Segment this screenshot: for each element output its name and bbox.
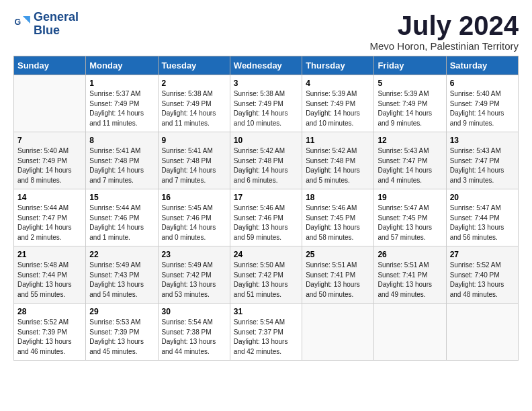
calendar-week-row: 28Sunrise: 5:52 AM Sunset: 7:39 PM Dayli…	[14, 304, 519, 361]
weekday-header-cell: Friday	[374, 56, 446, 75]
calendar-day-cell: 13Sunrise: 5:43 AM Sunset: 7:47 PM Dayli…	[446, 132, 518, 189]
day-info: Sunrise: 5:54 AM Sunset: 7:38 PM Dayligh…	[162, 318, 226, 357]
day-info: Sunrise: 5:51 AM Sunset: 7:41 PM Dayligh…	[378, 261, 442, 300]
calendar-day-cell	[374, 304, 446, 361]
day-info: Sunrise: 5:49 AM Sunset: 7:43 PM Dayligh…	[89, 261, 154, 300]
svg-text:G: G	[15, 17, 21, 26]
day-number: 28	[17, 307, 82, 316]
day-info: Sunrise: 5:42 AM Sunset: 7:48 PM Dayligh…	[234, 146, 298, 185]
day-info: Sunrise: 5:37 AM Sunset: 7:49 PM Dayligh…	[89, 89, 154, 128]
day-number: 20	[450, 193, 515, 202]
calendar-day-cell: 22Sunrise: 5:49 AM Sunset: 7:43 PM Dayli…	[86, 246, 158, 304]
day-info: Sunrise: 5:41 AM Sunset: 7:48 PM Dayligh…	[89, 146, 154, 185]
day-number: 15	[89, 193, 154, 202]
day-number: 24	[234, 250, 298, 259]
calendar-day-cell: 24Sunrise: 5:50 AM Sunset: 7:42 PM Dayli…	[230, 246, 302, 304]
day-number: 11	[306, 136, 370, 145]
day-info: Sunrise: 5:42 AM Sunset: 7:48 PM Dayligh…	[306, 146, 370, 185]
day-number: 21	[17, 250, 82, 259]
calendar-week-row: 14Sunrise: 5:44 AM Sunset: 7:47 PM Dayli…	[14, 189, 519, 246]
day-number: 3	[234, 79, 298, 88]
day-info: Sunrise: 5:44 AM Sunset: 7:47 PM Dayligh…	[17, 203, 82, 242]
calendar-day-cell	[14, 75, 86, 132]
day-number: 14	[17, 193, 82, 202]
calendar-week-row: 7Sunrise: 5:40 AM Sunset: 7:49 PM Daylig…	[14, 132, 519, 189]
weekday-header-cell: Sunday	[14, 56, 86, 75]
day-info: Sunrise: 5:47 AM Sunset: 7:44 PM Dayligh…	[450, 203, 515, 242]
calendar-day-cell: 16Sunrise: 5:45 AM Sunset: 7:46 PM Dayli…	[158, 189, 230, 246]
calendar-day-cell: 18Sunrise: 5:46 AM Sunset: 7:45 PM Dayli…	[302, 189, 374, 246]
calendar-day-cell: 19Sunrise: 5:47 AM Sunset: 7:45 PM Dayli…	[374, 189, 446, 246]
calendar-day-cell: 12Sunrise: 5:43 AM Sunset: 7:47 PM Dayli…	[374, 132, 446, 189]
weekday-header-cell: Saturday	[446, 56, 518, 75]
day-number: 17	[234, 193, 298, 202]
day-info: Sunrise: 5:46 AM Sunset: 7:46 PM Dayligh…	[234, 203, 298, 242]
day-number: 5	[378, 79, 442, 88]
day-number: 13	[450, 136, 515, 145]
calendar-day-cell: 3Sunrise: 5:38 AM Sunset: 7:49 PM Daylig…	[230, 75, 302, 132]
weekday-header-cell: Tuesday	[158, 56, 230, 75]
calendar-day-cell: 28Sunrise: 5:52 AM Sunset: 7:39 PM Dayli…	[14, 304, 86, 361]
day-number: 30	[162, 307, 226, 316]
day-info: Sunrise: 5:39 AM Sunset: 7:49 PM Dayligh…	[378, 89, 442, 128]
day-info: Sunrise: 5:51 AM Sunset: 7:41 PM Dayligh…	[306, 261, 370, 300]
calendar-day-cell: 29Sunrise: 5:53 AM Sunset: 7:39 PM Dayli…	[86, 304, 158, 361]
calendar-day-cell: 17Sunrise: 5:46 AM Sunset: 7:46 PM Dayli…	[230, 189, 302, 246]
calendar-day-cell: 30Sunrise: 5:54 AM Sunset: 7:38 PM Dayli…	[158, 304, 230, 361]
day-info: Sunrise: 5:49 AM Sunset: 7:42 PM Dayligh…	[162, 261, 226, 300]
calendar-day-cell: 20Sunrise: 5:47 AM Sunset: 7:44 PM Dayli…	[446, 189, 518, 246]
weekday-header-cell: Monday	[86, 56, 158, 75]
calendar-day-cell: 21Sunrise: 5:48 AM Sunset: 7:44 PM Dayli…	[14, 246, 86, 304]
day-number: 31	[234, 307, 298, 316]
day-number: 26	[378, 250, 442, 259]
calendar-day-cell: 10Sunrise: 5:42 AM Sunset: 7:48 PM Dayli…	[230, 132, 302, 189]
calendar-day-cell: 14Sunrise: 5:44 AM Sunset: 7:47 PM Dayli…	[14, 189, 86, 246]
calendar-day-cell: 5Sunrise: 5:39 AM Sunset: 7:49 PM Daylig…	[374, 75, 446, 132]
day-info: Sunrise: 5:45 AM Sunset: 7:46 PM Dayligh…	[162, 203, 226, 242]
day-info: Sunrise: 5:40 AM Sunset: 7:49 PM Dayligh…	[17, 146, 82, 185]
day-number: 10	[234, 136, 298, 145]
day-info: Sunrise: 5:53 AM Sunset: 7:39 PM Dayligh…	[89, 318, 154, 357]
calendar-day-cell: 31Sunrise: 5:54 AM Sunset: 7:37 PM Dayli…	[230, 304, 302, 361]
day-info: Sunrise: 5:48 AM Sunset: 7:44 PM Dayligh…	[17, 261, 82, 300]
day-info: Sunrise: 5:43 AM Sunset: 7:47 PM Dayligh…	[378, 146, 442, 185]
day-info: Sunrise: 5:39 AM Sunset: 7:49 PM Dayligh…	[306, 89, 370, 128]
day-number: 19	[378, 193, 442, 202]
calendar-day-cell: 11Sunrise: 5:42 AM Sunset: 7:48 PM Dayli…	[302, 132, 374, 189]
calendar-day-cell: 7Sunrise: 5:40 AM Sunset: 7:49 PM Daylig…	[14, 132, 86, 189]
title-block: July 2024 Mevo Horon, Palestinian Territ…	[370, 11, 519, 52]
weekday-header-row: SundayMondayTuesdayWednesdayThursdayFrid…	[14, 56, 519, 75]
day-number: 29	[89, 307, 154, 316]
day-info: Sunrise: 5:52 AM Sunset: 7:39 PM Dayligh…	[17, 318, 82, 357]
day-info: Sunrise: 5:52 AM Sunset: 7:40 PM Dayligh…	[450, 261, 515, 300]
svg-marker-1	[23, 16, 30, 24]
day-info: Sunrise: 5:44 AM Sunset: 7:46 PM Dayligh…	[89, 203, 154, 242]
day-number: 6	[450, 79, 515, 88]
day-info: Sunrise: 5:46 AM Sunset: 7:45 PM Dayligh…	[306, 203, 370, 242]
calendar-day-cell: 4Sunrise: 5:39 AM Sunset: 7:49 PM Daylig…	[302, 75, 374, 132]
day-info: Sunrise: 5:54 AM Sunset: 7:37 PM Dayligh…	[234, 318, 298, 357]
calendar-day-cell: 1Sunrise: 5:37 AM Sunset: 7:49 PM Daylig…	[86, 75, 158, 132]
day-number: 1	[89, 79, 154, 88]
day-number: 27	[450, 250, 515, 259]
calendar-day-cell: 6Sunrise: 5:40 AM Sunset: 7:49 PM Daylig…	[446, 75, 518, 132]
logo-text: General Blue	[34, 11, 79, 38]
day-number: 16	[162, 193, 226, 202]
day-number: 23	[162, 250, 226, 259]
calendar-week-row: 21Sunrise: 5:48 AM Sunset: 7:44 PM Dayli…	[14, 246, 519, 304]
day-number: 4	[306, 79, 370, 88]
logo: G General Blue	[13, 11, 79, 38]
day-number: 18	[306, 193, 370, 202]
calendar-subtitle: Mevo Horon, Palestinian Territory	[370, 40, 519, 52]
calendar-day-cell: 27Sunrise: 5:52 AM Sunset: 7:40 PM Dayli…	[446, 246, 518, 304]
calendar-day-cell: 9Sunrise: 5:41 AM Sunset: 7:48 PM Daylig…	[158, 132, 230, 189]
day-info: Sunrise: 5:50 AM Sunset: 7:42 PM Dayligh…	[234, 261, 298, 300]
calendar-body: 1Sunrise: 5:37 AM Sunset: 7:49 PM Daylig…	[14, 75, 519, 361]
day-number: 2	[162, 79, 226, 88]
day-number: 22	[89, 250, 154, 259]
page-header: G General Blue July 2024 Mevo Horon, Pal…	[13, 11, 519, 52]
day-number: 12	[378, 136, 442, 145]
calendar-day-cell: 15Sunrise: 5:44 AM Sunset: 7:46 PM Dayli…	[86, 189, 158, 246]
day-number: 8	[89, 136, 154, 145]
day-number: 25	[306, 250, 370, 259]
